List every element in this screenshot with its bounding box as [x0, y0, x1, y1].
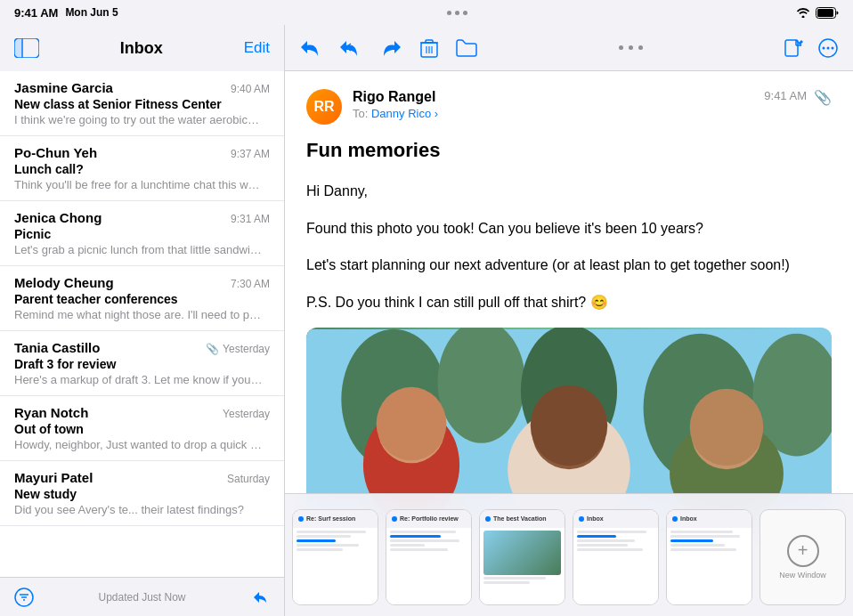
toolbar-left — [299, 38, 477, 58]
svg-rect-1 — [817, 9, 833, 17]
mail-icon-3 — [485, 516, 491, 522]
task-thumb-title-2: Re: Portfolio review — [400, 515, 459, 522]
sidebar-title: Inbox — [120, 39, 163, 58]
sidebar-reply-icon[interactable] — [250, 588, 270, 607]
email-detail: RR Rigo Rangel To: Danny Rico › 9:41 AM … — [285, 25, 853, 616]
status-left: 9:41 AM Mon Jun 5 — [14, 6, 118, 20]
svg-rect-3 — [14, 38, 22, 58]
sidebar-footer: Updated Just Now — [0, 577, 284, 616]
toolbar-dot2 — [629, 45, 633, 50]
status-bar: 9:41 AM Mon Jun 5 — [0, 0, 853, 25]
email-time-4: Yesterday — [223, 343, 270, 355]
svg-point-20 — [823, 46, 825, 49]
filter-icon[interactable] — [14, 588, 34, 607]
sidebar-header: Inbox Edit — [0, 25, 284, 71]
task-thumb-body-5 — [667, 528, 751, 604]
email-body: Hi Danny,Found this photo you took! Can … — [306, 180, 832, 313]
email-time-1: 9:37 AM — [231, 148, 270, 160]
mail-icon-1 — [298, 516, 304, 522]
email-sender-5: Ryan Notch — [14, 405, 88, 420]
email-body-para-2: Let's start planning our next adventure … — [306, 254, 832, 277]
task-window-1[interactable]: Re: Surf session — [292, 509, 378, 605]
email-subject-5: Out of town — [14, 422, 270, 436]
email-time-0: 9:40 AM — [231, 83, 270, 95]
main-container: Inbox Edit Jasmine Garcia 9:40 AM New cl… — [0, 25, 853, 616]
email-item-0[interactable]: Jasmine Garcia 9:40 AM New class at Seni… — [0, 71, 284, 136]
task-thumb-header-3: The best Vacation — [480, 510, 565, 528]
task-thumb-body-4 — [573, 528, 658, 604]
email-list: Jasmine Garcia 9:40 AM New class at Seni… — [0, 71, 284, 577]
detail-sender-name: Rigo Rangel — [353, 89, 435, 105]
email-sender-6: Mayuri Patel — [14, 470, 93, 485]
email-detail-header: RR Rigo Rangel To: Danny Rico › 9:41 AM … — [306, 89, 832, 125]
email-item-5[interactable]: Ryan Notch Yesterday Out of town Howdy, … — [0, 396, 284, 461]
email-body-para-0: Hi Danny, — [306, 180, 832, 203]
battery-icon — [816, 7, 839, 19]
svg-point-22 — [832, 46, 834, 49]
email-sender-1: Po-Chun Yeh — [14, 145, 97, 160]
email-time-5: Yesterday — [223, 408, 270, 420]
sender-avatar: RR — [306, 89, 342, 125]
reply-all-button[interactable] — [338, 39, 363, 57]
email-item-3[interactable]: Melody Cheung 7:30 AM Parent teacher con… — [0, 266, 284, 331]
email-body-para-1: Found this photo you took! Can you belie… — [306, 217, 832, 240]
plus-circle-icon: + — [787, 535, 819, 567]
task-window-5[interactable]: Inbox — [666, 509, 752, 605]
dot3 — [463, 11, 467, 15]
email-sender-3: Melody Cheung — [14, 275, 114, 290]
mail-icon-4 — [579, 516, 584, 522]
more-button[interactable] — [817, 38, 839, 58]
compose-button[interactable] — [784, 38, 803, 58]
email-time-2: 9:31 AM — [231, 213, 270, 225]
sidebar-edit-button[interactable]: Edit — [244, 39, 270, 57]
email-preview-4: Here's a markup of draft 3. Let me know … — [14, 373, 264, 386]
email-subject-3: Parent teacher conferences — [14, 292, 270, 306]
task-window-4[interactable]: Inbox — [573, 509, 659, 605]
task-thumb-header-5: Inbox — [667, 510, 751, 528]
status-date: Mon Jun 5 — [65, 6, 118, 19]
email-preview-5: Howdy, neighbor, Just wanted to drop a q… — [14, 438, 264, 451]
email-item-1[interactable]: Po-Chun Yeh 9:37 AM Lunch call? Think yo… — [0, 136, 284, 201]
email-item-2[interactable]: Jenica Chong 9:31 AM Picnic Let's grab a… — [0, 201, 284, 266]
mail-icon-5 — [672, 516, 678, 522]
status-time: 9:41 AM — [14, 6, 58, 20]
attachment-icon-4: 📎 — [206, 343, 219, 355]
sidebar-toggle-icon[interactable] — [14, 38, 39, 58]
task-thumb-header-1: Re: Surf session — [293, 510, 378, 528]
task-thumb-title-5: Inbox — [680, 515, 697, 522]
forward-button[interactable] — [381, 39, 402, 57]
task-window-3[interactable]: The best Vacation — [479, 509, 565, 605]
toolbar-dots — [619, 45, 643, 50]
email-item-6[interactable]: Mayuri Patel Saturday New study Did you … — [0, 461, 284, 526]
status-center-dots — [447, 11, 467, 15]
task-thumb-title-4: Inbox — [587, 515, 604, 522]
task-thumb-body-1 — [293, 528, 378, 604]
task-window-2[interactable]: Re: Portfolio review — [386, 509, 472, 605]
svg-rect-11 — [426, 40, 433, 43]
trash-button[interactable] — [420, 38, 438, 58]
detail-to-field[interactable]: To: Danny Rico › — [353, 107, 438, 120]
email-sender-4: Tania Castillo — [14, 340, 100, 355]
email-meta: Rigo Rangel To: Danny Rico › — [353, 89, 764, 121]
detail-to-label: To: — [353, 107, 371, 120]
toolbar-right — [784, 38, 839, 58]
email-subject-0: New class at Senior Fitness Center — [14, 97, 270, 111]
folder-button[interactable] — [456, 39, 477, 57]
email-preview-3: Remind me what night those are. I'll nee… — [14, 308, 264, 321]
svg-point-31 — [377, 387, 447, 461]
email-preview-1: Think you'll be free for a lunchtime cha… — [14, 178, 264, 191]
attachment-indicator: 📎 — [814, 89, 832, 106]
email-sender-2: Jenica Chong — [14, 210, 102, 225]
reply-back-button[interactable] — [299, 39, 321, 57]
new-window-label: New Window — [779, 571, 826, 580]
svg-text:😊: 😊 — [499, 464, 530, 493]
multitask-bar: Re: Surf session Re: Portfolio review — [285, 493, 853, 616]
svg-point-21 — [827, 46, 830, 49]
email-sidebar: Inbox Edit Jasmine Garcia 9:40 AM New cl… — [0, 25, 285, 616]
mail-icon-2 — [392, 516, 397, 522]
email-subject: Fun memories — [306, 139, 832, 162]
wifi-icon — [796, 7, 810, 18]
new-window-button[interactable]: + New Window — [760, 509, 846, 605]
task-thumb-title-1: Re: Surf session — [306, 515, 355, 522]
email-item-4[interactable]: Tania Castillo 📎 Yesterday Draft 3 for r… — [0, 331, 284, 396]
